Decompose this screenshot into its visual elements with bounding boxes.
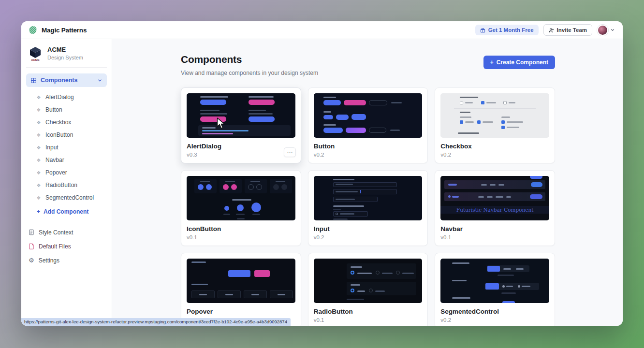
decor-bar [452,297,470,299]
search-icon [336,213,338,215]
sidebar-item-settings[interactable]: ⚙ Settings [26,253,107,267]
sidebar-item-radiobutton[interactable]: ❖RadioButton [36,179,107,191]
card-name: RadioButton [314,308,423,315]
decor-circle [273,184,279,190]
component-card-popover[interactable]: Popover v0.2 [181,253,301,326]
decor-circle [224,206,229,211]
sidebar-item-style-context[interactable]: Style Context [26,225,107,239]
sidebar-item-button[interactable]: ❖Button [36,103,107,116]
decor-bar [516,268,524,270]
sidebar-item-checkbox[interactable]: ❖Checkbox [36,116,107,129]
workspace-name: ACME [47,46,83,53]
ellipsis-icon: ⋯ [287,149,293,155]
decor-pill [369,100,387,105]
create-component-button[interactable]: + Create Component [483,56,555,69]
component-card-segmentedcontrol[interactable]: SegmentedControl v0.2 [435,253,555,326]
decor-bar [481,184,487,186]
decor-logo [448,184,457,186]
sidebar-item-components[interactable]: Components [26,73,107,87]
card-name: Checkbox [440,143,549,150]
workspace-switcher[interactable]: ACME ACME Design System [26,45,107,68]
decor-divider [454,108,536,109]
card-name: Popover [187,308,295,315]
decor-checkbox [503,101,507,104]
sidebar-item-label: Checkbox [45,119,71,126]
decor-bar [191,284,208,285]
component-icon: ❖ [36,145,42,150]
decor-bar [501,292,516,294]
page-subtitle: View and manage components in your desig… [181,70,318,76]
decor-bar [336,191,358,192]
sidebar-item-segmentedcontrol[interactable]: ❖SegmentedControl [36,191,107,204]
decor-bar [487,196,493,198]
decor-bar [402,273,414,274]
decor-bar [498,275,514,276]
decor-bar [503,268,511,270]
decor-bar [223,214,230,215]
sidebar-item-input[interactable]: ❖Input [36,141,107,154]
decor-bar [333,209,341,210]
add-component-button[interactable]: + Add Component [26,205,107,218]
decor-bar [351,266,362,268]
decor-checkbox [481,101,484,104]
sidebar-item-default-files[interactable]: Default Files [26,239,107,253]
chevron-down-icon [610,28,615,32]
account-menu[interactable] [597,25,615,36]
component-card-checkbox[interactable]: Checkbox v0.2 [435,87,555,163]
app-window: Magic Patterns Get 1 Month Free [21,21,623,326]
decor-bar [278,294,285,295]
decor-bar [336,184,353,185]
decor-bar [232,199,251,201]
status-url: https://patterns-git-alex-lee-design-sys… [24,319,287,324]
sidebar-item-alertdialog[interactable]: ❖AlertDialog [36,91,107,103]
card-name: SegmentedControl [440,308,549,315]
decor-bar [357,273,372,274]
brand-name: Magic Patterns [42,27,87,34]
navbar-thumb-caption: Futuristic Navbar Component [440,206,549,214]
decor-pill [323,128,343,133]
invite-team-button[interactable]: Invite Team [543,24,592,36]
decor-bar [351,284,360,286]
sidebar-footer: Style Context Default Files ⚙ Settings [26,225,107,267]
card-more-button[interactable]: ⋯ [284,147,296,157]
sidebar-item-popover[interactable]: ❖Popover [36,166,107,179]
sidebar-item-label: SegmentedControl [45,194,94,201]
decor-caret [360,190,361,193]
card-version: v0.2 [314,152,423,158]
decor-pill [530,194,542,199]
component-card-navbar[interactable]: Futuristic Navbar Component Navbar v0.1 [435,170,555,246]
plus-icon: + [490,59,494,66]
decor-bar [460,97,478,98]
decor-bar [323,124,336,126]
decor-circle [206,184,212,190]
decor-bar [357,290,365,292]
component-card-iconbutton[interactable]: IconButton v0.1 [181,170,301,246]
component-icon: ❖ [36,120,42,125]
card-name: IconButton [187,225,295,232]
file-icon [29,243,34,249]
component-card-alertdialog[interactable]: AlertDialog v0.3 ⋯ [181,87,301,163]
decor-bar [390,130,400,131]
sidebar-item-navbar[interactable]: ❖Navbar [36,154,107,166]
component-card-button[interactable]: Button v0.2 [308,87,428,163]
component-card-input[interactable]: Input v0.2 [308,170,428,246]
person-plus-icon [549,28,554,33]
decor-radio [351,271,354,275]
decor-circle [256,184,262,190]
decor-pill [228,270,250,277]
components-nav-label: Components [41,77,77,84]
decor-circle [223,184,229,190]
sidebar-item-iconbutton[interactable]: ❖IconButton [36,129,107,141]
decor-bar [460,112,470,113]
decor-panel [347,263,416,279]
card-version: v0.2 [440,152,549,158]
sidebar: ACME ACME Design System Components [21,39,112,326]
get-month-free-button[interactable]: Get 1 Month Free [475,25,539,35]
decor-bar [250,181,260,182]
component-card-radiobutton[interactable]: RadioButton v0.1 [308,253,428,326]
chevron-down-icon [97,78,102,83]
decor-pill [249,100,275,105]
page-title: Components [181,54,318,65]
card-name: Button [314,143,423,150]
style-context-label: Style Context [39,229,73,236]
